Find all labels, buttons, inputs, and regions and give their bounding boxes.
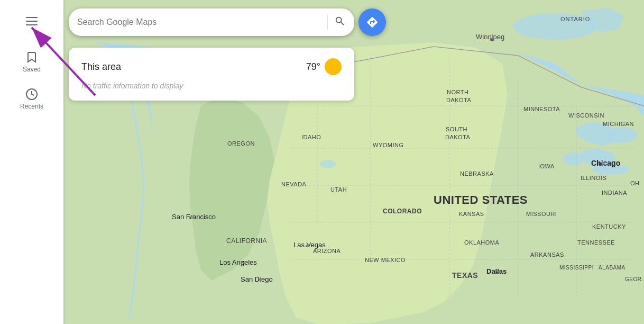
- menu-icon-line3: [26, 24, 38, 25]
- recents-label: Recents: [20, 103, 43, 110]
- top-bar: [69, 8, 386, 36]
- weather-section: 79°: [306, 58, 342, 75]
- info-title: This area: [81, 61, 121, 73]
- info-panel: This area 79° No traffic information to …: [69, 48, 354, 101]
- svg-point-15: [320, 160, 336, 168]
- sidebar-item-recents[interactable]: Recents: [11, 82, 53, 116]
- svg-point-4: [592, 164, 629, 175]
- svg-point-19: [189, 217, 191, 219]
- svg-point-18: [599, 163, 602, 166]
- menu-icon-line2: [26, 21, 38, 22]
- sun-icon: [325, 58, 342, 75]
- svg-point-2: [605, 127, 637, 143]
- svg-point-3: [563, 152, 584, 165]
- history-icon: [25, 88, 38, 101]
- svg-point-23: [496, 272, 498, 274]
- menu-button[interactable]: [19, 8, 44, 34]
- saved-label: Saved: [23, 66, 41, 73]
- search-divider: [327, 15, 328, 30]
- sidebar: Saved Recents: [0, 0, 63, 324]
- sidebar-item-saved[interactable]: Saved: [11, 44, 53, 79]
- directions-icon: [366, 16, 379, 29]
- svg-point-16: [490, 38, 493, 41]
- search-button[interactable]: [334, 15, 346, 29]
- search-icon: [334, 15, 346, 27]
- bookmark-icon: [25, 51, 38, 64]
- svg-point-21: [242, 261, 244, 263]
- directions-button[interactable]: [358, 8, 386, 36]
- temperature: 79°: [306, 61, 320, 73]
- info-header: This area 79°: [81, 58, 342, 75]
- search-input[interactable]: [77, 17, 321, 27]
- svg-point-20: [306, 245, 308, 247]
- menu-icon: [26, 17, 38, 18]
- svg-point-22: [258, 278, 260, 281]
- no-traffic-text: No traffic information to display: [81, 82, 342, 90]
- search-box: [69, 8, 354, 36]
